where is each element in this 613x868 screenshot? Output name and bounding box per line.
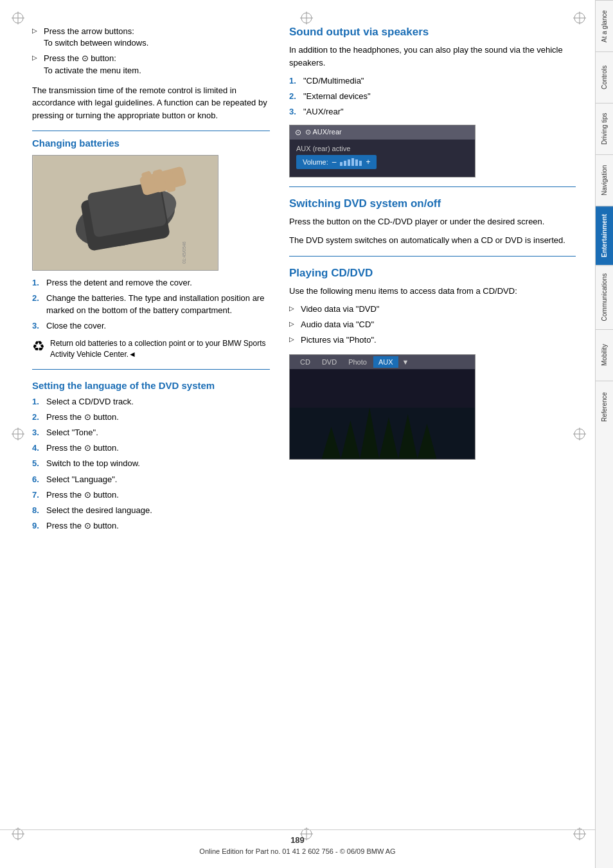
aux-rear-screen: ⊙ ⊙ AUX/rear AUX (rear) active Volume: – bbox=[289, 125, 475, 177]
sound-output-heading: Sound output via speakers bbox=[289, 26, 576, 39]
volume-label: Volume: bbox=[303, 158, 328, 166]
dvd-tabs-header: CD DVD Photo AUX ▼ bbox=[290, 355, 475, 369]
lang-step-3: 3. Select "Tone". bbox=[32, 427, 270, 439]
lang-step-4: 4. Press the ⊙ button. bbox=[32, 442, 270, 454]
volume-bars bbox=[340, 158, 362, 166]
playing-cd-dvd-intro: Use the following menu items to access d… bbox=[289, 285, 576, 298]
footer-text: Online Edition for Part no. 01 41 2 602 … bbox=[0, 847, 595, 855]
screen-icon: ⊙ bbox=[295, 128, 301, 137]
step-1: 1. Press the detent and remove the cover… bbox=[32, 277, 270, 289]
sound-step-1: 1. "CD/Multimedia" bbox=[289, 75, 576, 87]
sidebar-tab-controls[interactable]: Controls bbox=[596, 51, 613, 103]
switching-dvd-para1: Press the button on the CD-/DVD player o… bbox=[289, 215, 576, 228]
battery-note: ♻ Return old batteries to a collection p… bbox=[32, 338, 270, 360]
volume-minus-icon: – bbox=[332, 158, 337, 167]
divider-changing-batteries bbox=[32, 131, 270, 131]
dvd-tab-aux[interactable]: AUX bbox=[373, 356, 398, 368]
corner-tl bbox=[12, 12, 24, 26]
vol-bar-2 bbox=[344, 161, 346, 166]
sidebar-tab-navigation[interactable]: Navigation bbox=[596, 154, 613, 206]
divider-language bbox=[32, 369, 270, 370]
dvd-screen: CD DVD Photo AUX ▼ SET bbox=[289, 354, 475, 460]
sound-step-2: 2. "External devices" bbox=[289, 91, 576, 102]
transmission-text: The transmission time of the remote cont… bbox=[32, 84, 270, 122]
step-3: 3. Close the cover. bbox=[32, 320, 270, 332]
screen-row-active: AUX (rear) active bbox=[296, 145, 468, 152]
bullet-ok-body: To activate the menu item. bbox=[44, 66, 141, 75]
playing-bullet-2: Audio data via "CD" bbox=[289, 319, 576, 330]
vol-bar-4 bbox=[351, 158, 354, 166]
lang-step-5: 5. Switch to the top window. bbox=[32, 458, 270, 469]
step-2: 2. Change the batteries. The type and in… bbox=[32, 293, 270, 316]
corner-ml bbox=[12, 428, 24, 442]
sidebar-tab-entertainment[interactable]: Entertainment bbox=[596, 206, 613, 265]
lang-step-8: 8. Select the desired language. bbox=[32, 505, 270, 516]
sidebar: At a glance Controls Driving tips Naviga… bbox=[595, 0, 613, 868]
intro-bullet-list: Press the arrow buttons: To switch betwe… bbox=[32, 26, 270, 77]
setting-language-steps: 1. Select a CD/DVD track. 2. Press the ⊙… bbox=[32, 396, 270, 532]
batteries-image: 01:45/0546 bbox=[32, 155, 218, 271]
playing-bullet-3: Pictures via "Photo". bbox=[289, 334, 576, 346]
recycle-icon: ♻ bbox=[32, 337, 45, 357]
switching-dvd-para2: The DVD system switches on automatically… bbox=[289, 234, 576, 247]
dvd-tab-cd[interactable]: CD bbox=[295, 356, 315, 368]
sidebar-tab-driving-tips[interactable]: Driving tips bbox=[596, 103, 613, 154]
volume-control: Volume: – + bbox=[296, 155, 377, 169]
svg-text:01:45/0546: 01:45/0546 bbox=[182, 242, 186, 264]
lang-step-7: 7. Press the ⊙ button. bbox=[32, 489, 270, 501]
footer: 189 Online Edition for Part no. 01 41 2 … bbox=[0, 829, 595, 855]
bullet-arrow-heading: Press the arrow buttons: bbox=[44, 26, 270, 37]
playing-bullet-1: Video data via "DVD" bbox=[289, 303, 576, 315]
dvd-tab-photo[interactable]: Photo bbox=[343, 356, 372, 368]
divider-switching-dvd bbox=[289, 186, 576, 187]
right-column: Sound output via speakers In addition to… bbox=[289, 26, 576, 829]
vol-bar-6 bbox=[359, 161, 362, 166]
sidebar-tab-at-a-glance[interactable]: At a glance bbox=[596, 0, 613, 51]
lang-step-9: 9. Press the ⊙ button. bbox=[32, 520, 270, 532]
lang-step-6: 6. Select "Language". bbox=[32, 474, 270, 485]
aux-active-label: AUX (rear) active bbox=[296, 145, 350, 152]
lang-step-2: 2. Press the ⊙ button. bbox=[32, 411, 270, 423]
screen-row-volume: Volume: – + bbox=[296, 155, 468, 169]
dvd-body: SET bbox=[290, 369, 475, 459]
screen-header-text: ⊙ AUX/rear bbox=[305, 128, 342, 136]
battery-note-text: Return old batteries to a collection poi… bbox=[50, 338, 270, 360]
main-content: Press the arrow buttons: To switch betwe… bbox=[0, 0, 595, 868]
corner-tr bbox=[573, 12, 586, 26]
volume-plus-icon: + bbox=[366, 158, 370, 167]
changing-batteries-heading: Changing batteries bbox=[32, 138, 270, 149]
switching-dvd-heading: Switching DVD system on/off bbox=[289, 197, 576, 210]
bullet-arrow-buttons: Press the arrow buttons: To switch betwe… bbox=[32, 26, 270, 49]
changing-batteries-steps: 1. Press the detent and remove the cover… bbox=[32, 277, 270, 332]
svg-rect-42 bbox=[290, 369, 475, 408]
vol-bar-1 bbox=[340, 162, 342, 166]
divider-playing bbox=[289, 256, 576, 257]
left-column: Press the arrow buttons: To switch betwe… bbox=[32, 26, 270, 829]
bullet-arrow-body: To switch between windows. bbox=[44, 38, 148, 48]
bullet-ok-button: Press the ⊙ button: To activate the menu… bbox=[32, 53, 270, 76]
sidebar-tab-communications[interactable]: Communications bbox=[596, 265, 613, 329]
vol-bar-5 bbox=[355, 159, 358, 166]
sidebar-tab-mobility[interactable]: Mobility bbox=[596, 329, 613, 381]
screen-body: AUX (rear) active Volume: – bbox=[290, 140, 475, 177]
sound-step-3: 3. "AUX/rear" bbox=[289, 106, 576, 118]
bullet-ok-heading: Press the ⊙ button: bbox=[44, 53, 270, 64]
sound-output-intro: In addition to the headphones, you can a… bbox=[289, 44, 576, 69]
lang-step-1: 1. Select a CD/DVD track. bbox=[32, 396, 270, 408]
dvd-tab-dvd[interactable]: DVD bbox=[317, 356, 342, 368]
page-container: Press the arrow buttons: To switch betwe… bbox=[0, 0, 613, 868]
corner-mr bbox=[573, 428, 586, 442]
page-number: 189 bbox=[0, 835, 595, 845]
dvd-tab-arrow: ▼ bbox=[400, 356, 412, 368]
vol-bar-3 bbox=[348, 159, 350, 166]
screen-header: ⊙ ⊙ AUX/rear bbox=[290, 125, 475, 140]
playing-bullets: Video data via "DVD" Audio data via "CD"… bbox=[289, 303, 576, 347]
playing-cd-dvd-heading: Playing CD/DVD bbox=[289, 267, 576, 280]
corner-tc bbox=[300, 12, 313, 26]
sound-output-steps: 1. "CD/Multimedia" 2. "External devices"… bbox=[289, 75, 576, 118]
setting-language-heading: Setting the language of the DVD system bbox=[32, 380, 270, 391]
sidebar-tab-reference[interactable]: Reference bbox=[596, 381, 613, 432]
two-col-layout: Press the arrow buttons: To switch betwe… bbox=[32, 26, 576, 829]
